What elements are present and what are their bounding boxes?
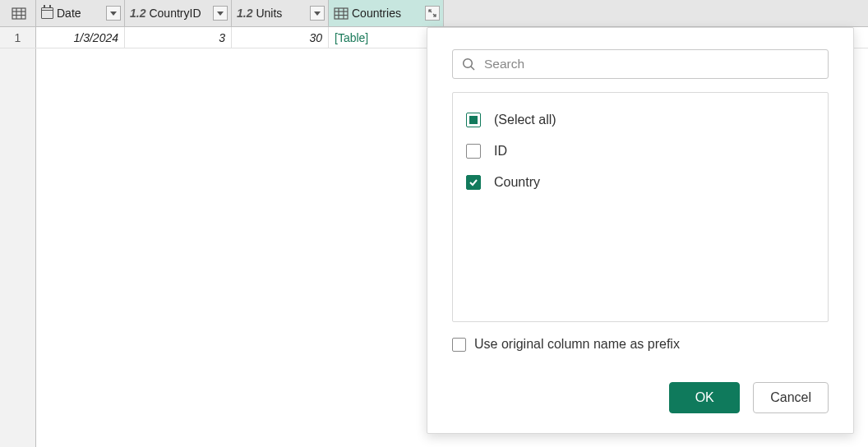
column-header-row: Date 1.2 CountryID 1.2 Units Countries	[0, 0, 868, 27]
field-label: ID	[494, 144, 507, 159]
row-gutter	[0, 48, 36, 447]
column-label: Countries	[352, 7, 401, 20]
svg-point-10	[464, 59, 473, 68]
prefix-label: Use original column name as prefix	[474, 337, 680, 352]
dialog-buttons: OK Cancel	[452, 382, 829, 413]
chevron-down-icon	[110, 12, 117, 16]
svg-line-11	[471, 67, 474, 70]
checkbox-mixed-icon	[466, 113, 481, 127]
column-filter-button[interactable]	[213, 6, 228, 21]
cancel-button[interactable]: Cancel	[753, 382, 829, 413]
column-header-countryid[interactable]: 1.2 CountryID	[125, 0, 232, 26]
field-list: (Select all) ID Country	[452, 92, 829, 322]
field-row-id[interactable]: ID	[466, 136, 815, 167]
ok-button[interactable]: OK	[669, 382, 740, 413]
search-placeholder: Search	[484, 57, 524, 71]
svg-rect-0	[12, 8, 25, 19]
use-original-prefix-checkbox[interactable]: Use original column name as prefix	[452, 337, 829, 352]
svg-rect-5	[335, 8, 348, 19]
row-index[interactable]: 1	[0, 27, 36, 48]
chevron-down-icon	[314, 12, 321, 16]
column-label: CountryID	[149, 7, 201, 20]
expand-column-popup: Search (Select all) ID Country Use origi…	[427, 27, 854, 434]
field-label: Country	[494, 175, 540, 190]
select-all-label: (Select all)	[494, 113, 556, 127]
column-header-countries[interactable]: Countries	[329, 0, 444, 26]
expand-arrows-icon	[427, 7, 438, 19]
column-header-units[interactable]: 1.2 Units	[232, 0, 329, 26]
cell-units[interactable]: 30	[232, 27, 329, 48]
calendar-icon	[41, 7, 53, 19]
column-header-date[interactable]: Date	[36, 0, 125, 26]
table-icon	[12, 7, 26, 20]
number-type-icon: 1.2	[130, 7, 145, 20]
column-expand-button[interactable]	[425, 6, 440, 21]
number-type-icon: 1.2	[237, 7, 252, 20]
search-icon	[461, 57, 476, 71]
column-label: Units	[256, 7, 282, 20]
header-filler	[444, 0, 868, 26]
column-label: Date	[57, 7, 81, 20]
cell-date[interactable]: 1/3/2024	[36, 27, 125, 48]
table-icon	[334, 7, 349, 20]
column-filter-button[interactable]	[310, 6, 325, 21]
search-input[interactable]: Search	[452, 49, 829, 79]
checkbox-unchecked-icon	[466, 144, 481, 159]
select-all-rows[interactable]	[0, 0, 36, 26]
field-row-country[interactable]: Country	[466, 167, 815, 198]
checkbox-unchecked-icon	[452, 338, 466, 352]
chevron-down-icon	[217, 12, 224, 16]
cell-countryid[interactable]: 3	[125, 27, 232, 48]
select-all-row[interactable]: (Select all)	[466, 104, 815, 136]
checkbox-checked-icon	[466, 175, 481, 190]
column-filter-button[interactable]	[106, 6, 121, 21]
